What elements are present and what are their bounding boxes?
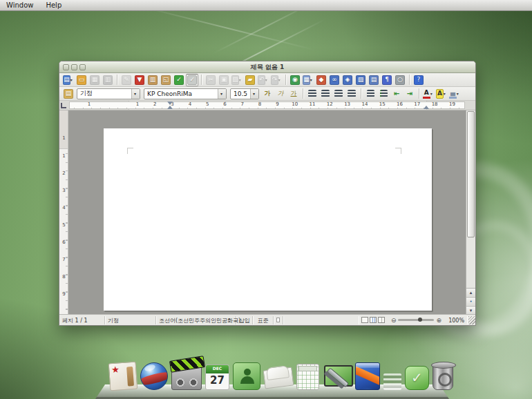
insert-table-icon: ▦ (303, 75, 310, 85)
underline-button[interactable]: 가 (287, 88, 300, 100)
export-pdf-button[interactable]: ▼ (133, 74, 146, 86)
zoom-button[interactable]: ○ (394, 74, 406, 86)
decrease-indent-button[interactable]: ⇤ (390, 88, 403, 100)
dock-updater-icon[interactable] (405, 366, 429, 390)
dock-documents-icon[interactable] (108, 362, 138, 391)
numbered-list-button[interactable] (364, 88, 377, 100)
ruler-number: 1 (59, 153, 68, 159)
bold-button[interactable]: 가 (261, 88, 274, 100)
background-color-button[interactable]: ▄ (448, 88, 461, 100)
chevron-down-icon[interactable] (250, 89, 258, 99)
font-size-combo[interactable]: 10.5 (230, 88, 259, 99)
dock-trash-icon[interactable] (433, 364, 453, 390)
undo-dropdown-icon[interactable] (265, 75, 269, 85)
gallery-button[interactable]: ▨ (354, 74, 367, 86)
font-name-combo[interactable]: KP CheonRiMa (144, 88, 227, 99)
vertical-scrollbar[interactable] (466, 110, 475, 314)
tab-stop-selector-icon[interactable] (61, 103, 66, 108)
view-layout-buttons (359, 317, 388, 323)
font-color-dropdown-icon[interactable] (430, 89, 434, 99)
resize-grip[interactable] (468, 316, 475, 324)
background-color-dropdown-icon[interactable] (457, 89, 460, 99)
increase-indent-button[interactable]: ⇥ (403, 88, 416, 100)
insert-table-button[interactable]: ▦ (302, 74, 314, 86)
first-line-indent-marker[interactable] (167, 101, 173, 105)
bullet-list-button[interactable] (377, 88, 390, 100)
save-button: ▦ (88, 74, 101, 86)
zoom-out-icon[interactable] (391, 317, 397, 324)
open-button[interactable]: ▭ (75, 74, 88, 86)
page-preview-icon: ◱ (161, 75, 171, 85)
print-preview-button[interactable]: ▥ (146, 74, 159, 86)
minimize-button[interactable] (71, 64, 77, 70)
insert-mode-field[interactable]: 삽입 (236, 316, 253, 324)
document-page[interactable] (104, 128, 432, 311)
hyperlink-button[interactable]: ◉ (289, 74, 301, 86)
ruler-number: 5 (206, 101, 209, 107)
close-button[interactable] (63, 64, 69, 70)
zoom-slider-thumb[interactable] (418, 318, 422, 322)
window-titlebar[interactable]: 제목 없음 1 (59, 61, 475, 73)
align-justify-icon (348, 90, 356, 97)
align-right-button[interactable] (332, 88, 345, 100)
navigator-button[interactable]: ◈ (341, 74, 354, 86)
nonprinting-characters-button[interactable]: ¶ (381, 74, 393, 86)
copy-button: ▣ (218, 74, 230, 86)
highlighting-button[interactable]: A (435, 88, 448, 100)
chevron-down-icon[interactable] (131, 89, 140, 99)
dock-calculator-icon[interactable] (296, 364, 319, 390)
previous-page-button[interactable] (466, 288, 475, 296)
paste-dropdown-icon[interactable] (239, 75, 243, 85)
left-indent-marker[interactable] (167, 106, 173, 109)
find-replace-button[interactable]: ∞ (328, 74, 341, 86)
menu-help[interactable]: Help (39, 1, 68, 10)
auto-spellcheck-button[interactable]: ✓ (186, 74, 198, 86)
zoom-percent-field[interactable]: 100% (445, 316, 467, 324)
align-justify-button[interactable] (345, 88, 358, 100)
dock-settings-icon[interactable] (323, 362, 352, 390)
page-number-field[interactable]: 페지 1 / 1 (59, 316, 105, 324)
dock-browser-icon[interactable] (140, 362, 168, 390)
help-button[interactable]: ? (412, 74, 425, 86)
font-color-button[interactable]: A (422, 88, 435, 100)
new-document-dropdown-icon[interactable] (70, 75, 74, 85)
spellcheck-button[interactable]: ✓ (173, 74, 185, 86)
auto-spellcheck-icon: ✓ (187, 75, 197, 85)
data-sources-button[interactable]: ▤ (368, 74, 380, 86)
paragraph-style-combo[interactable]: 기정 (77, 88, 140, 99)
italic-button[interactable]: 가 (274, 88, 287, 100)
redo-dropdown-icon[interactable] (278, 75, 282, 85)
language-field[interactable]: 조선어(조선민주주의인민공화국) (156, 316, 236, 324)
chevron-down-icon[interactable] (218, 89, 226, 99)
new-document-button[interactable]: ▤ (62, 74, 75, 86)
dock-media-icon[interactable] (171, 362, 202, 390)
maximize-button[interactable] (79, 64, 86, 70)
dock-calendar-icon[interactable]: DEC27 (205, 364, 229, 390)
dock-mail-icon[interactable] (264, 362, 293, 390)
align-center-button[interactable] (319, 88, 332, 100)
book-view-button[interactable] (378, 317, 385, 323)
zoom-in-icon[interactable] (436, 317, 441, 324)
selection-mode-field[interactable]: 표준 (253, 316, 274, 324)
dock-address-icon[interactable] (233, 362, 260, 390)
right-indent-marker[interactable] (424, 106, 429, 109)
scrollbar-thumb[interactable] (467, 111, 475, 237)
draw-functions-button[interactable]: ◆ (315, 74, 327, 86)
highlighting-dropdown-icon[interactable] (444, 89, 447, 99)
print-button: ▥ (102, 74, 114, 86)
page-style-field[interactable]: 기정 (105, 316, 156, 324)
align-left-button[interactable] (306, 88, 319, 100)
next-page-button[interactable] (466, 306, 475, 314)
styles-window-button[interactable]: ▤ (62, 88, 75, 100)
ruler-number: 18 (432, 101, 438, 107)
navigation-button[interactable] (466, 297, 475, 305)
dock-office-suite-icon[interactable] (355, 362, 380, 390)
single-page-view-button[interactable] (361, 317, 368, 323)
zoom-slider[interactable] (398, 319, 434, 321)
menu-window[interactable]: Window (0, 1, 39, 10)
horizontal-ruler: 112345678910111213141516171819 (59, 101, 475, 110)
insert-table-dropdown-icon[interactable] (310, 75, 314, 85)
format-paintbrush-button[interactable]: ▰ (244, 74, 256, 86)
multi-page-view-button[interactable] (370, 317, 377, 323)
page-preview-button[interactable]: ◱ (160, 74, 172, 86)
